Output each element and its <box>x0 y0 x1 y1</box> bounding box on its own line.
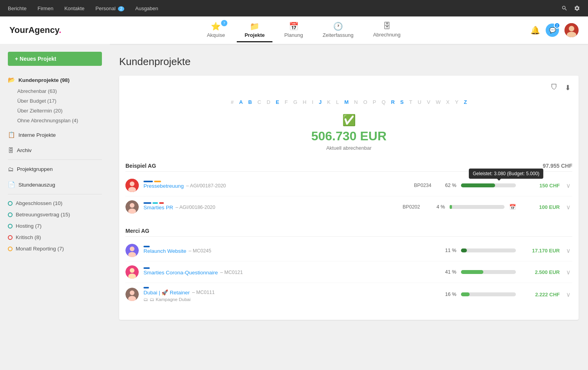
nav-berichte[interactable]: Berichte <box>8 5 27 11</box>
project-info-relaunch: Relaunch Website – MC0245 <box>143 246 409 256</box>
download-icon[interactable]: ⬇ <box>563 82 572 94</box>
sidebar-item-interne-projekte[interactable]: 📋 Interne Projekte <box>0 129 110 141</box>
project-row-corona: Smarties Corona-Questionnaire – MC0121 4… <box>125 261 572 283</box>
alpha-Z[interactable]: Z <box>462 98 468 106</box>
sidebar-sub-ueber-zieltermin[interactable]: Über Zieltermin (20) <box>0 106 110 116</box>
alpha-L[interactable]: L <box>334 98 340 106</box>
alpha-O[interactable]: O <box>362 98 369 106</box>
alpha-H[interactable]: H <box>301 98 308 106</box>
progress-bar-corona <box>461 270 516 274</box>
chat-button[interactable]: 💬 2 <box>546 24 559 37</box>
nav-akquise[interactable]: ⭐ Akquise 7 <box>199 18 233 42</box>
alpha-S[interactable]: S <box>399 98 405 106</box>
project-ref-dubai: – MC0111 <box>192 290 215 295</box>
project-expand-pressebetreuung[interactable]: ∨ <box>564 180 572 191</box>
alpha-P[interactable]: P <box>371 98 378 106</box>
alpha-C[interactable]: C <box>256 98 263 106</box>
tag-bar-red <box>159 202 164 204</box>
tooltip-pressebetreuung: Geleistet: 3.080 (Budget: 5.000) <box>469 169 543 179</box>
project-avatar-corona <box>125 265 139 279</box>
sidebar-group-monatl[interactable]: Monatl Reporting (7) <box>0 243 110 254</box>
alpha-G[interactable]: G <box>292 98 299 106</box>
svg-point-16 <box>130 290 134 295</box>
project-panel: ⛉ ⬇ # A B C D E F G H I J K L M N O <box>119 76 579 320</box>
user-avatar[interactable] <box>564 23 579 37</box>
project-expand-corona[interactable]: ∨ <box>564 267 572 278</box>
alpha-K[interactable]: K <box>326 98 332 106</box>
nav-personal[interactable]: Personal 2 <box>95 5 124 11</box>
project-link-relaunch[interactable]: Relaunch Website <box>143 248 186 254</box>
sidebar-item-archiv[interactable]: 🗄 Archiv <box>0 144 110 156</box>
project-expand-smarties-pr[interactable]: ∨ <box>564 202 572 212</box>
projekte-icon: 📁 <box>250 22 260 31</box>
sidebar-item-stundenauszug[interactable]: 📄 Stundenauszug <box>0 178 110 191</box>
alpha-N[interactable]: N <box>352 98 359 106</box>
alpha-Y[interactable]: Y <box>454 98 460 106</box>
project-link-pressebetreuung[interactable]: Pressebetreuung <box>143 183 184 189</box>
project-percent-pressebetreuung: 62 % <box>442 183 456 188</box>
tag-bar-blue-2 <box>143 202 151 204</box>
project-amount-corona: 2.500 EUR <box>521 269 560 275</box>
alpha-J[interactable]: J <box>317 98 323 106</box>
nav-projekte[interactable]: 📁 Projekte <box>237 18 272 42</box>
bell-icon[interactable]: 🔔 <box>530 25 540 35</box>
alpha-F[interactable]: F <box>283 98 289 106</box>
kundenprojekte-label: Kundenprojekte (98) <box>18 77 70 83</box>
projekte-label: Projekte <box>245 32 265 38</box>
group-abgeschlossen-label: Abgeschlossen (10) <box>16 200 62 206</box>
alpha-T[interactable]: T <box>408 98 414 106</box>
project-tags-pressebetreuung <box>143 181 409 182</box>
alpha-X[interactable]: X <box>445 98 451 106</box>
alpha-U[interactable]: U <box>416 98 423 106</box>
dot-teal-icon-3 <box>8 224 13 229</box>
project-link-smarties-pr[interactable]: Smarties PR <box>143 205 173 210</box>
sidebar-group-hosting[interactable]: Hosting (7) <box>0 220 110 232</box>
alpha-R[interactable]: R <box>390 98 396 106</box>
alpha-B[interactable]: B <box>247 98 253 106</box>
sidebar-group-abgeschlossen[interactable]: Abgeschlossen (10) <box>0 198 110 209</box>
alpha-V[interactable]: V <box>425 98 432 106</box>
alpha-W[interactable]: W <box>434 98 442 106</box>
alpha-A[interactable]: A <box>238 98 244 106</box>
tag-bar-cyan <box>152 202 158 204</box>
alpha-M[interactable]: M <box>343 98 350 106</box>
project-amount-relaunch: 17.170 EUR <box>521 248 560 254</box>
sidebar-item-projektgruppen[interactable]: 🗂 Projektgruppen <box>0 163 110 175</box>
alpha-Q[interactable]: Q <box>380 98 387 106</box>
sidebar-divider-2 <box>8 194 102 194</box>
svg-point-4 <box>130 181 134 186</box>
alpha-E[interactable]: E <box>274 98 281 106</box>
abrechnung-label: Abrechnung <box>373 32 401 38</box>
alpha-hash[interactable]: # <box>229 98 235 106</box>
sidebar-item-kundenprojekte[interactable]: 📂 Kundenprojekte (98) <box>0 74 110 86</box>
project-percent-dubai: 16 % <box>442 292 456 297</box>
project-title-row-corona: Smarties Corona-Questionnaire – MC0121 <box>143 270 409 276</box>
sidebar-sub-abrechenbar[interactable]: Abrechenbar (63) <box>0 86 110 96</box>
sidebar-sub-ueber-budget[interactable]: Über Budget (17) <box>0 96 110 106</box>
project-link-corona[interactable]: Smarties Corona-Questionnaire <box>143 270 218 276</box>
project-expand-dubai[interactable]: ∨ <box>564 289 572 300</box>
nav-planung[interactable]: 📅 Planung <box>276 18 311 42</box>
progress-fill-pressebetreuung <box>461 183 495 187</box>
project-expand-relaunch[interactable]: ∨ <box>564 245 572 256</box>
nav-abrechnung[interactable]: 🗄 Abrechnung <box>365 18 408 42</box>
alpha-I[interactable]: I <box>310 98 315 106</box>
nav-ausgaben[interactable]: Ausgaben <box>135 5 158 11</box>
main-content: Kundenprojekte ⛉ ⬇ # A B C D E F G H I J… <box>110 44 588 370</box>
sidebar-group-betreuungsvertrag[interactable]: Betreuungsvertrag (15) <box>0 209 110 220</box>
sidebar-sub-ohne-plan[interactable]: Ohne Abrechnungsplan (4) <box>0 116 110 125</box>
nav-kontakte[interactable]: Kontakte <box>64 5 84 11</box>
project-ref-smarties-pr: – AGI/00186-2020 <box>176 205 215 210</box>
filter-icon[interactable]: ⛉ <box>549 82 559 94</box>
nav-zeiterfassung[interactable]: 🕐 Zeiterfassung <box>315 18 361 42</box>
logo: YourAgency. <box>9 25 61 35</box>
new-project-button[interactable]: + Neues Projekt <box>8 52 102 66</box>
search-icon[interactable] <box>561 5 568 11</box>
alpha-D[interactable]: D <box>265 98 272 106</box>
settings-icon[interactable] <box>574 5 580 11</box>
project-link-dubai[interactable]: Dubai | 🚀 Retainer <box>143 289 190 296</box>
sidebar-group-kritisch[interactable]: Kritisch (8) <box>0 232 110 243</box>
nav-firmen[interactable]: Firmen <box>38 5 53 11</box>
project-row-dubai: Dubai | 🚀 Retainer – MC0111 🗂 🗂 Kampagne… <box>125 283 572 306</box>
project-info-corona: Smarties Corona-Questionnaire – MC0121 <box>143 267 409 277</box>
